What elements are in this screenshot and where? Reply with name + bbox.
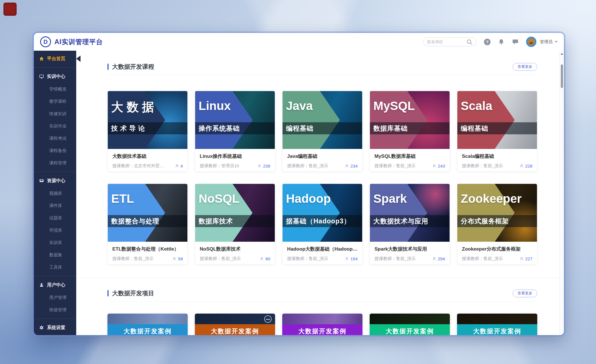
cover-subtitle-band: 编程基础 [283, 122, 362, 134]
search-box[interactable] [423, 37, 477, 46]
course-cover-image: 据基础（Hadoop3）Hadoop [283, 184, 362, 242]
user-menu[interactable]: 管理员 [540, 39, 558, 45]
search-input[interactable] [427, 40, 464, 44]
scrollbar-thumb[interactable] [561, 64, 563, 88]
cover-subtitle-band: 技 术 导 论 [108, 122, 187, 134]
course-teacher: 授课教师：售前_演示 [375, 256, 415, 261]
sidebar-item-18[interactable]: 用户管理 [34, 292, 76, 304]
course-card-1[interactable]: 操作系统基础LinuxLinux操作系统基础授课教师：管理员10239 [195, 91, 275, 172]
sidebar-item-17[interactable]: 用户中心 [34, 278, 76, 292]
sidebar-item-4[interactable]: 快速实训 [34, 108, 76, 120]
sidebar-item-label: 环境库 [49, 228, 62, 233]
sidebar-item-3[interactable]: 教学课程 [34, 95, 76, 108]
bell-icon[interactable] [498, 39, 505, 45]
cover-subtitle: 编程基础 [461, 124, 488, 133]
course-teacher: 授课教师：售前_演示 [462, 163, 503, 169]
enrollment-count: 228 [519, 164, 532, 168]
desktop-red-shape [3, 3, 17, 16]
header-actions: ? 管理员 [423, 37, 558, 47]
course-title: Java编程基础 [287, 153, 358, 160]
course-cover-image: 编程基础Scala [457, 91, 537, 149]
course-info: ETL数据整合与处理（Kettle）授课教师：售前_演示58 [108, 242, 187, 261]
enrollment-count: 227 [519, 256, 532, 261]
sidebar-item-15[interactable]: 数据集 [34, 249, 76, 261]
scrollbar-up-arrow-icon[interactable] [561, 53, 563, 55]
course-card-9[interactable]: 分布式服务框架ZookeeperZookeeper分布式服务框架授课教师：售前_… [457, 184, 537, 264]
sidebar-item-label: 班级管理 [49, 307, 66, 313]
sidebar-item-20[interactable]: 系统设置 [34, 321, 76, 334]
person-icon [432, 164, 436, 168]
scrollbar-track[interactable] [559, 51, 564, 335]
project-card-4[interactable]: 大数据开发案例 [457, 314, 537, 335]
cover-title: Linux [199, 99, 231, 113]
enrollment-count: 4 [175, 164, 183, 168]
sidebar-item-10[interactable]: 视频库 [34, 187, 76, 200]
sidebar-item-8[interactable]: 课程管理 [34, 157, 76, 169]
project-card-2[interactable]: 大数据开发案例 [282, 314, 362, 335]
sidebar-item-12[interactable]: 试题库 [34, 212, 76, 224]
project-banner: 大数据开发案例 [107, 324, 188, 335]
sidebar-item-2[interactable]: 学情概览 [34, 83, 76, 95]
search-icon[interactable] [466, 39, 473, 45]
course-card-7[interactable]: 据基础（Hadoop3）HadoopHadoop大数据基础（Hadoop3）授课… [282, 184, 362, 264]
chat-icon[interactable] [512, 39, 519, 45]
sidebar-item-1[interactable]: 实训中心 [34, 70, 76, 83]
course-card-8[interactable]: 大数据技术与应用SparkSpark大数据技术与应用授课教师：售前_演示294 [370, 184, 450, 264]
sidebar-item-label: 系统设置 [47, 325, 65, 331]
sidebar-item-5[interactable]: 实训作业 [34, 120, 76, 132]
course-title: 大数据技术基础 [112, 153, 183, 160]
sidebar-item-label: 教学课程 [49, 99, 66, 104]
user-avatar[interactable] [526, 37, 536, 47]
divider [107, 301, 537, 302]
person-icon [432, 257, 436, 261]
enrollment-number: 58 [178, 256, 183, 261]
course-teacher: 授课教师：北京市对外贸易学校教... [112, 163, 165, 169]
cover-title: 大 数 据 [111, 99, 154, 115]
sidebar-item-7[interactable]: 课程备份 [34, 145, 76, 157]
sidebar-item-0[interactable]: 平台首页 [34, 52, 76, 65]
enrollment-count: 154 [345, 256, 358, 261]
course-card-6[interactable]: 数据库技术NoSQLNoSQL数据库技术授课教师：售前_演示60 [195, 184, 275, 264]
project-card-1[interactable]: •••大数据开发案例 [195, 314, 275, 335]
course-card-0[interactable]: 技 术 导 论大 数 据大数据技术基础授课教师：北京市对外贸易学校教...4 [107, 91, 188, 172]
enrollment-number: 243 [438, 164, 445, 168]
course-teacher: 授课教师：售前_演示 [375, 163, 415, 169]
project-card-0[interactable]: 大数据开发案例 [107, 314, 188, 335]
sidebar-item-6[interactable]: 课程考试 [34, 132, 76, 145]
sidebar-item-label: 快速实训 [49, 111, 66, 117]
cover-subtitle-band: 大数据技术与应用 [370, 215, 450, 227]
project-banner: 大数据开发案例 [195, 324, 275, 335]
sidebar-item-13[interactable]: 环境库 [34, 224, 76, 237]
course-card-5[interactable]: 数据整合与处理ETLETL数据整合与处理（Kettle）授课教师：售前_演示58 [107, 184, 188, 264]
enrollment-count: 239 [257, 164, 270, 168]
course-card-3[interactable]: 数据库基础MySQLMySQL数据库基础授课教师：售前_演示243 [370, 91, 450, 172]
help-icon[interactable]: ? [484, 39, 491, 45]
course-cover-image: 编程基础Java [283, 91, 362, 149]
view-more-projects-button[interactable]: 查看更多 [513, 290, 537, 297]
enrollment-number: 60 [265, 256, 270, 261]
chevron-down-icon [555, 41, 558, 43]
course-card-2[interactable]: 编程基础JavaJava编程基础授课教师：售前_演示234 [282, 91, 362, 172]
course-teacher: 授课教师：售前_演示 [200, 256, 241, 261]
course-card-4[interactable]: 编程基础ScalaScala编程基础授课教师：售前_演示228 [457, 91, 537, 172]
project-card-3[interactable]: 大数据开发案例 [370, 314, 450, 335]
view-more-courses-button[interactable]: 查看更多 [513, 63, 537, 71]
sidebar-item-label: 实训作业 [49, 123, 66, 129]
cover-subtitle-band: 据基础（Hadoop3） [283, 215, 362, 227]
sidebar-item-label: 数据集 [49, 252, 62, 258]
cover-subtitle-band: 数据库技术 [195, 215, 275, 227]
course-title: Hadoop大数据基础（Hadoop3） [287, 246, 358, 252]
sidebar-item-19[interactable]: 班级管理 [34, 304, 76, 316]
divider [107, 75, 537, 75]
sidebar-item-11[interactable]: 课件库 [34, 200, 76, 212]
course-title: Spark大数据技术与应用 [375, 246, 445, 252]
sidebar-divider [34, 172, 76, 172]
enrollment-number: 294 [438, 256, 445, 261]
cover-subtitle: 分布式服务框架 [461, 217, 509, 226]
sidebar-item-14[interactable]: 实训库 [34, 237, 76, 249]
sidebar-item-16[interactable]: 工具库 [34, 261, 76, 274]
course-cover-image: 大数据技术与应用Spark [370, 184, 450, 242]
title-accent-bar [107, 290, 109, 296]
sidebar-item-9[interactable]: 资源中心 [34, 174, 76, 187]
title-accent-bar [107, 64, 109, 70]
